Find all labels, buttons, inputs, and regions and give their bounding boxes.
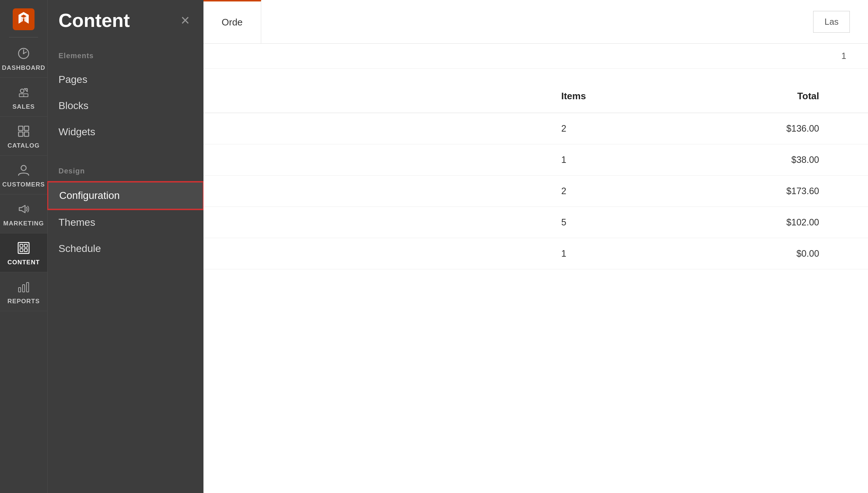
- table-cell-items-1: 2: [547, 123, 690, 134]
- svg-point-3: [20, 89, 24, 93]
- table-row: 2 $136.00: [203, 113, 868, 144]
- flyout-menu-schedule[interactable]: Schedule: [48, 236, 203, 262]
- table-cell-items-2: 1: [547, 155, 690, 165]
- topbar: Orde Las: [203, 0, 868, 44]
- table-cell-items-4: 5: [547, 217, 690, 228]
- sidebar-divider: [9, 37, 38, 37]
- logo: [11, 7, 36, 32]
- sidebar-item-catalog[interactable]: CATALOG: [0, 117, 47, 156]
- table-col-items: Items: [547, 91, 690, 102]
- table-cell-total-2: $38.00: [690, 155, 834, 165]
- flyout-menu-widgets[interactable]: Widgets: [48, 119, 203, 145]
- svg-rect-12: [20, 244, 23, 247]
- table-cell-total-4: $102.00: [690, 217, 834, 228]
- sidebar-item-customers-label: CUSTOMERS: [2, 181, 45, 188]
- table-col-total: Total: [690, 91, 834, 102]
- svg-rect-16: [19, 288, 21, 292]
- table-row: 2 $173.60: [203, 176, 868, 207]
- svg-rect-9: [24, 132, 29, 136]
- flyout-header: Content ×: [48, 11, 203, 41]
- customers-icon: [17, 164, 30, 179]
- dashboard-icon: [17, 47, 30, 62]
- table-cell-items-3: 2: [547, 186, 690, 196]
- marketing-icon: [17, 203, 30, 217]
- svg-point-2: [23, 53, 24, 54]
- sidebar-item-marketing[interactable]: MARKETING: [0, 195, 47, 233]
- svg-rect-14: [20, 249, 23, 252]
- topbar-tab-label: Orde: [222, 17, 243, 28]
- table-row: 1 $38.00: [203, 144, 868, 176]
- flyout-menu-themes[interactable]: Themes: [48, 209, 203, 236]
- sidebar-item-reports[interactable]: REPORTS: [0, 272, 47, 311]
- svg-rect-6: [19, 126, 23, 131]
- svg-rect-7: [24, 126, 29, 131]
- topbar-filter-label: Las: [824, 17, 839, 27]
- svg-rect-17: [23, 285, 25, 292]
- table-cell-total-5: $0.00: [690, 248, 834, 259]
- sidebar-item-sales[interactable]: $ SALES: [0, 78, 47, 117]
- flyout-menu-blocks[interactable]: Blocks: [48, 93, 203, 119]
- flyout-menu: Content × Elements Pages Blocks Widgets …: [47, 0, 203, 493]
- table-row: 5 $102.00: [203, 207, 868, 238]
- flyout-menu-configuration[interactable]: Configuration: [48, 182, 203, 209]
- magento-logo-icon: [13, 8, 35, 30]
- table-cell-total-3: $173.60: [690, 186, 834, 196]
- table-page-number: 1: [203, 44, 868, 69]
- main-content: Orde Las 1 Items Total 2 $136.00 1: [203, 0, 868, 493]
- flyout-close-button[interactable]: ×: [178, 11, 193, 29]
- topbar-tab-orders[interactable]: Orde: [203, 0, 261, 43]
- sidebar-item-customers[interactable]: CUSTOMERS: [0, 156, 47, 195]
- sidebar-item-content-label: CONTENT: [7, 259, 40, 265]
- svg-rect-0: [13, 8, 35, 30]
- sidebar-item-content[interactable]: CONTENT: [0, 233, 47, 272]
- svg-rect-18: [27, 282, 29, 292]
- sidebar-item-reports-label: REPORTS: [7, 298, 40, 304]
- flyout-title: Content: [58, 11, 130, 30]
- table-row: 1 $0.00: [203, 238, 868, 269]
- flyout-section-elements-label: Elements: [48, 41, 203, 67]
- catalog-icon: [17, 125, 30, 140]
- svg-rect-15: [24, 249, 27, 252]
- table-cell-total-1: $136.00: [690, 123, 834, 134]
- sidebar-item-sales-label: SALES: [12, 104, 35, 110]
- flyout-menu-pages[interactable]: Pages: [48, 67, 203, 93]
- sidebar: DASHBOARD $ SALES CATALOG: [0, 0, 47, 493]
- sidebar-item-dashboard-label: DASHBOARD: [2, 65, 45, 71]
- sales-icon: $: [17, 86, 30, 101]
- content-icon: [17, 241, 30, 256]
- flyout-section-design-label: Design: [48, 156, 203, 182]
- topbar-filter[interactable]: Las: [813, 11, 850, 33]
- svg-rect-13: [24, 244, 27, 247]
- svg-rect-8: [19, 132, 23, 136]
- data-table: Items Total 2 $136.00 1 $38.00 2 $173.60…: [203, 69, 868, 280]
- table-header-row: Items Total: [203, 80, 868, 113]
- sidebar-item-dashboard[interactable]: DASHBOARD: [0, 39, 47, 78]
- reports-icon: [17, 280, 30, 295]
- sidebar-item-marketing-label: MARKETING: [3, 220, 44, 227]
- svg-text:$: $: [23, 94, 24, 97]
- sidebar-item-catalog-label: CATALOG: [8, 143, 40, 149]
- svg-point-10: [21, 165, 26, 171]
- table-cell-items-5: 1: [547, 248, 690, 259]
